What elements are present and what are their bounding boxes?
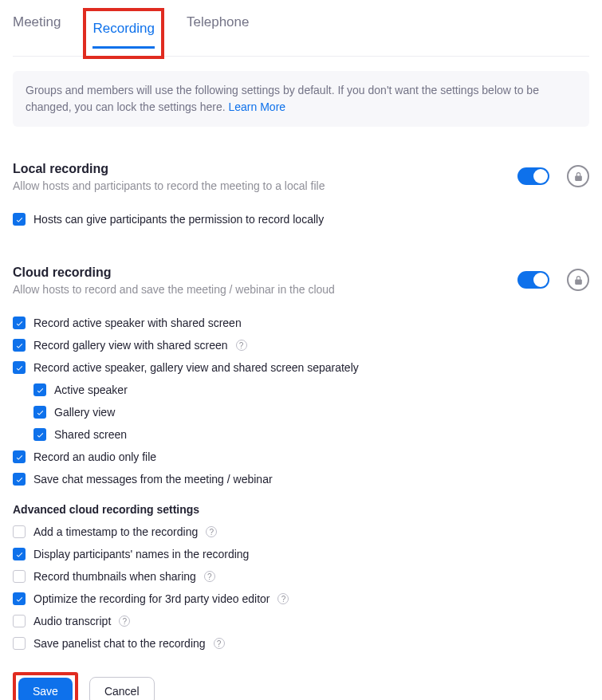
checkbox-active-speaker-shared[interactable] xyxy=(13,317,26,329)
label-audio-transcript: Audio transcript xyxy=(33,615,111,627)
tab-meeting[interactable]: Meeting xyxy=(13,6,61,56)
help-icon[interactable]: ? xyxy=(214,638,225,649)
label-gallery-shared: Record gallery view with shared screen xyxy=(33,339,228,352)
section-cloud-recording: Cloud recording Allow hosts to record an… xyxy=(13,265,589,700)
label-optimize: Optimize the recording for 3rd party vid… xyxy=(33,592,270,605)
label-panelist-chat: Save panelist chat to the recording xyxy=(33,637,206,650)
checkbox-sub-active-speaker[interactable] xyxy=(33,383,46,396)
tab-recording[interactable]: Recording xyxy=(92,13,155,48)
label-sub-active-speaker: Active speaker xyxy=(54,383,128,396)
tab-telephone[interactable]: Telephone xyxy=(187,6,249,56)
local-recording-desc: Allow hosts and participants to record t… xyxy=(13,179,517,192)
lock-icon xyxy=(573,171,584,182)
checkbox-audio-only[interactable] xyxy=(13,450,26,463)
check-icon xyxy=(15,215,24,224)
label-timestamp: Add a timestamp to the recording xyxy=(33,525,198,538)
cancel-button[interactable]: Cancel xyxy=(89,677,155,700)
checkbox-sub-shared[interactable] xyxy=(33,428,46,441)
label-save-chat: Save chat messages from the meeting / we… xyxy=(33,473,273,486)
checkbox-optimize[interactable] xyxy=(13,592,26,605)
checkbox-gallery-shared[interactable] xyxy=(13,339,26,352)
cloud-recording-title: Cloud recording xyxy=(13,265,517,280)
highlight-save-button: Save xyxy=(13,672,78,700)
label-sub-gallery: Gallery view xyxy=(54,406,115,419)
checkbox-save-chat[interactable] xyxy=(13,473,26,486)
checkbox-audio-transcript[interactable] xyxy=(13,615,26,627)
help-icon[interactable]: ? xyxy=(206,526,217,537)
checkbox-sub-gallery[interactable] xyxy=(33,406,46,419)
highlight-recording-tab: Recording xyxy=(83,8,164,59)
checkbox-panelist-chat[interactable] xyxy=(13,637,26,650)
settings-tabs: Meeting Recording Telephone xyxy=(13,6,589,57)
check-icon xyxy=(36,408,45,417)
local-recording-lock[interactable] xyxy=(567,165,589,187)
help-icon[interactable]: ? xyxy=(119,615,130,627)
save-button[interactable]: Save xyxy=(18,678,73,700)
check-icon xyxy=(36,386,45,395)
info-banner: Groups and members will use the followin… xyxy=(13,71,589,127)
cloud-recording-desc: Allow hosts to record and save the meeti… xyxy=(13,283,517,296)
label-sub-shared: Shared screen xyxy=(54,428,127,441)
check-icon xyxy=(15,595,24,604)
cloud-recording-toggle[interactable] xyxy=(517,271,549,289)
cloud-recording-lock[interactable] xyxy=(567,269,589,291)
help-icon[interactable]: ? xyxy=(277,593,289,604)
section-local-recording: Local recording Allow hosts and particip… xyxy=(13,162,589,230)
lock-icon xyxy=(573,275,584,285)
check-icon xyxy=(36,431,45,439)
checkbox-display-names[interactable] xyxy=(13,548,26,560)
help-icon[interactable]: ? xyxy=(236,340,247,351)
check-icon xyxy=(15,453,24,462)
label-audio-only: Record an audio only file xyxy=(33,450,156,463)
label-display-names: Display participants' names in the recor… xyxy=(33,548,249,560)
check-icon xyxy=(15,364,24,372)
label-hosts-permission: Hosts can give participants the permissi… xyxy=(33,213,324,226)
checkbox-hosts-permission[interactable] xyxy=(13,213,26,226)
learn-more-link[interactable]: Learn More xyxy=(229,100,286,113)
checkbox-record-separately[interactable] xyxy=(13,361,26,374)
local-recording-toggle[interactable] xyxy=(517,167,549,185)
label-record-separately: Record active speaker, gallery view and … xyxy=(33,361,359,374)
check-icon xyxy=(15,319,24,328)
check-icon xyxy=(15,550,24,559)
checkbox-thumbnails[interactable] xyxy=(13,570,26,583)
checkbox-timestamp[interactable] xyxy=(13,525,26,538)
check-icon xyxy=(15,475,24,484)
label-active-speaker-shared: Record active speaker with shared screen xyxy=(33,317,242,329)
advanced-settings-heading: Advanced cloud recording settings xyxy=(13,503,589,516)
local-recording-title: Local recording xyxy=(13,162,517,176)
check-icon xyxy=(15,341,24,350)
label-thumbnails: Record thumbnails when sharing xyxy=(33,570,196,583)
help-icon[interactable]: ? xyxy=(204,571,215,582)
